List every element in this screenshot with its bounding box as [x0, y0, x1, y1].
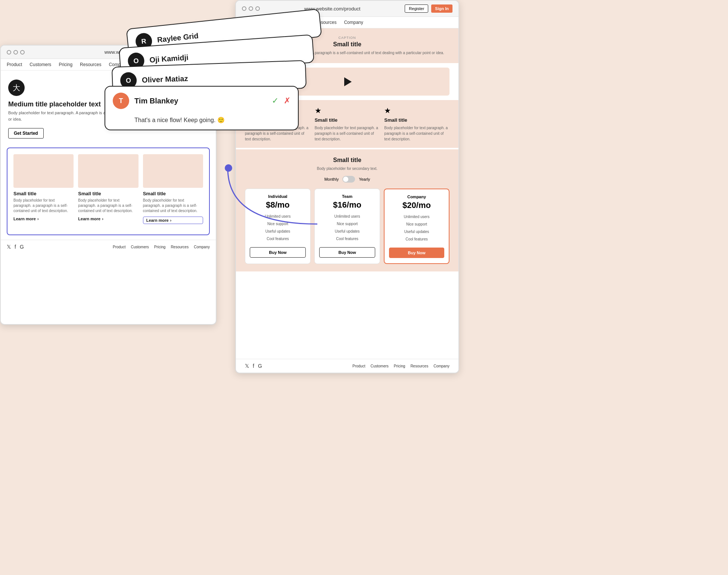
card-3-body: Body placeholder for text paragraph. a p…	[143, 198, 203, 214]
left-nav-resources[interactable]: Resources	[80, 62, 101, 67]
star-body-3: Body placeholder for text paragraph. a p…	[384, 125, 449, 142]
left-nav-customers[interactable]: Customers	[29, 62, 51, 67]
footer-nav-product[interactable]: Product	[113, 245, 125, 249]
plan-name-individual: Individual	[250, 194, 306, 199]
chat-card-tim: T Tim Blankey ✓ ✗ That's a nice flow! Ke…	[105, 86, 299, 130]
chat-name-oliver: Oliver Matiaz	[142, 74, 188, 84]
dot-2	[13, 50, 18, 55]
plan-price-company: $20/mo	[389, 201, 444, 210]
signin-button[interactable]: Sign In	[431, 4, 452, 13]
pricing-toggle: Monthly Yearly	[245, 176, 449, 183]
right-footer-customers[interactable]: Customers	[370, 364, 388, 368]
right-twitter-icon[interactable]: 𝕏	[245, 363, 249, 369]
plan-name-team: Team	[319, 194, 375, 199]
right-google-icon[interactable]: G	[258, 363, 262, 369]
browser-dots	[7, 50, 25, 55]
toggle-knob	[343, 177, 348, 182]
footer-nav-pricing[interactable]: Pricing	[154, 245, 166, 249]
right-footer-nav: Product Customers Pricing Resources Comp…	[352, 364, 449, 368]
billing-toggle[interactable]	[342, 176, 355, 183]
toggle-monthly-label: Monthly	[324, 177, 339, 181]
play-icon	[344, 77, 352, 86]
star-item-3: ★ Small title Body placeholder for text …	[384, 106, 449, 142]
card-2-body: Body placeholder for text paragraph. a p…	[78, 198, 138, 214]
dot-3	[20, 50, 25, 55]
toggle-yearly-label: Yearly	[359, 177, 370, 181]
chat-actions: ✓ ✗	[272, 96, 290, 106]
card-1-title: Small title	[13, 191, 74, 196]
right-dot-2	[249, 6, 253, 11]
buy-btn-team[interactable]: Buy Now	[319, 247, 375, 258]
plan-price-team: $16/mo	[319, 200, 375, 210]
right-footer-resources[interactable]: Resources	[410, 364, 428, 368]
chat-name-tim: Tim Blankey	[134, 97, 178, 105]
plan-features-company: Unlimited users Nice support Useful upda…	[389, 213, 444, 243]
right-dot-3	[255, 6, 260, 11]
check-icon[interactable]: ✓	[272, 96, 279, 106]
card-2-learn-more[interactable]: Learn more ›	[78, 217, 138, 221]
right-footer-company[interactable]: Company	[433, 364, 449, 368]
pricing-card-individual: Individual $8/mo Unlimited users Nice su…	[245, 189, 311, 264]
right-nav-company[interactable]: Company	[344, 20, 363, 25]
chat-message-tim: That's a nice flow! Keep going. 🙂	[134, 116, 225, 124]
right-social-icons: 𝕏 f G	[245, 363, 262, 369]
twitter-icon[interactable]: 𝕏	[7, 244, 11, 250]
left-social-icons: 𝕏 f G	[7, 244, 24, 250]
card-2-title: Small title	[78, 191, 138, 196]
get-started-button[interactable]: Get Started	[8, 128, 44, 139]
register-button[interactable]: Register	[405, 4, 428, 13]
plan-price-individual: $8/mo	[250, 200, 306, 210]
right-browser-dots	[242, 6, 260, 11]
plan-features-individual: Unlimited users Nice support Useful upda…	[250, 213, 306, 243]
right-browser-auth: Register Sign In	[405, 4, 452, 13]
chat-name-raylee: Raylee Grid	[157, 31, 199, 44]
left-footer-nav: Product Customers Pricing Resources Comp…	[113, 245, 210, 249]
google-icon[interactable]: G	[20, 244, 24, 250]
plan-name-company: Company	[389, 195, 444, 199]
buy-btn-company[interactable]: Buy Now	[389, 248, 444, 258]
footer-nav-company[interactable]: Company	[194, 245, 210, 249]
left-nav-pricing[interactable]: Pricing	[59, 62, 72, 67]
card-1-image	[13, 154, 74, 188]
pricing-card-team: Team $16/mo Unlimited users Nice support…	[314, 189, 380, 264]
star-icon-3: ★	[384, 106, 449, 115]
plan-features-team: Unlimited users Nice support Useful upda…	[319, 213, 375, 243]
footer-nav-resources[interactable]: Resources	[171, 245, 189, 249]
right-dot-1	[242, 6, 246, 11]
buy-btn-individual[interactable]: Buy Now	[250, 247, 306, 258]
card-3-title: Small title	[143, 191, 203, 196]
dot-1	[7, 50, 11, 55]
right-facebook-icon[interactable]: f	[253, 363, 254, 369]
chat-name-oji: Oji Kamidji	[149, 53, 189, 64]
cross-icon[interactable]: ✗	[284, 96, 290, 106]
card-1-body: Body placeholder for text paragraph. a p…	[13, 198, 74, 214]
right-footer-pricing[interactable]: Pricing	[394, 364, 405, 368]
footer-nav-customers[interactable]: Customers	[131, 245, 149, 249]
right-footer: 𝕏 f G Product Customers Pricing Resource…	[236, 359, 458, 373]
card-3-learn-more[interactable]: Learn more ›	[143, 217, 203, 224]
card-1: Small title Body placeholder for text pa…	[13, 154, 74, 224]
left-nav-product[interactable]: Product	[7, 62, 22, 67]
left-footer: 𝕏 f G Product Customers Pricing Resource…	[1, 240, 216, 254]
facebook-icon[interactable]: f	[15, 244, 16, 250]
hero-icon: 大	[8, 80, 25, 96]
chat-cards-container: R Raylee Grid O Oji Kamidji O Oliver Mat…	[105, 19, 325, 175]
card-1-learn-more[interactable]: Learn more ›	[13, 217, 74, 221]
avatar-tim: T	[113, 93, 129, 109]
pricing-card-company: Company $20/mo Unlimited users Nice supp…	[384, 189, 449, 264]
star-title-3: Small title	[384, 117, 449, 123]
right-browser-url: www.website.com/product	[264, 6, 401, 12]
pricing-cards: Individual $8/mo Unlimited users Nice su…	[245, 189, 449, 264]
right-footer-product[interactable]: Product	[352, 364, 365, 368]
